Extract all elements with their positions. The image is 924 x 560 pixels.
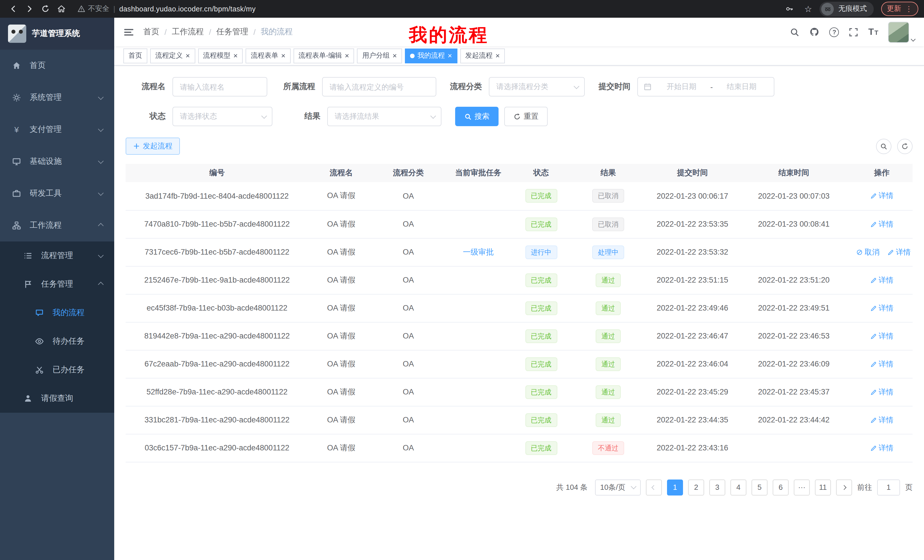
detail-action[interactable]: 详情 (870, 387, 894, 397)
breadcrumb-item[interactable]: 任务管理 (216, 27, 248, 37)
close-icon[interactable]: × (345, 52, 349, 59)
sidebar-item-system[interactable]: 系统管理 (0, 82, 114, 114)
browser-menu-icon[interactable]: ⋮ (905, 5, 913, 13)
tab[interactable]: 流程定义 × (150, 48, 195, 63)
sidebar-item-task-management[interactable]: 任务管理 (0, 270, 114, 298)
column-header: 结束时间 (736, 164, 851, 182)
key-icon[interactable] (782, 1, 797, 16)
page-size-select[interactable]: 10条/页 (595, 479, 641, 495)
detail-action[interactable]: 详情 (870, 219, 894, 229)
page-button[interactable]: ··· (794, 479, 810, 495)
process-id-cell: 7470a810-7b9b-11ec-b5b7-acde48001122 (126, 210, 308, 238)
sidebar-item-done-tasks[interactable]: 已办任务 (0, 356, 114, 384)
sidebar-item-my-process[interactable]: 我的流程 (0, 298, 114, 327)
column-header: 操作 (851, 164, 913, 182)
sidebar-item-infrastructure[interactable]: 基础设施 (0, 145, 114, 178)
detail-action[interactable]: 详情 (870, 275, 894, 285)
status-select[interactable]: 请选择状态 (172, 107, 272, 126)
close-icon[interactable]: × (186, 52, 190, 59)
page-list: 1 2 3 4 5 6 ··· (667, 479, 831, 495)
sidebar-item-home[interactable]: 首页 (0, 49, 114, 82)
process-id-input[interactable] (322, 77, 436, 96)
detail-action[interactable]: 详情 (870, 191, 894, 201)
detail-action[interactable]: 详情 (870, 331, 894, 341)
sidebar-item-devtools[interactable]: 研发工具 (0, 178, 114, 210)
field-label: 结果 (286, 111, 320, 121)
tab[interactable]: 流程表单 × (246, 48, 290, 63)
tab[interactable]: 首页 × (123, 48, 147, 63)
close-icon[interactable]: × (281, 52, 285, 59)
tab[interactable]: 流程模型 × (198, 48, 243, 63)
page-button[interactable]: 3 (709, 479, 725, 495)
detail-action[interactable]: 详情 (870, 415, 894, 425)
toggle-search-icon[interactable] (876, 138, 891, 154)
page-button[interactable]: 1 (667, 479, 683, 495)
sidebar-item-process-management[interactable]: 流程管理 (0, 241, 114, 270)
actions-cell: 取消 详情 (851, 210, 913, 238)
prev-page-button[interactable] (646, 479, 662, 495)
start-date-placeholder[interactable]: 开始日期 (655, 82, 708, 92)
sidebar-item-leave-query[interactable]: 请假查询 (0, 384, 114, 413)
tab[interactable]: 流程表单-编辑 × (294, 48, 354, 63)
goto-page-input[interactable] (877, 479, 900, 495)
tab[interactable]: 发起流程 × (460, 48, 505, 63)
github-icon[interactable] (810, 27, 820, 37)
page-button[interactable]: 5 (752, 479, 768, 495)
back-icon[interactable] (6, 1, 21, 16)
detail-action[interactable]: 详情 (888, 247, 911, 257)
close-icon[interactable]: × (495, 52, 500, 59)
search-icon[interactable] (790, 27, 800, 37)
current-task-link[interactable]: 一级审批 (463, 247, 494, 256)
detail-action[interactable]: 详情 (870, 443, 894, 453)
close-icon[interactable]: × (393, 52, 397, 59)
sidebar-item-workflow[interactable]: 工作流程 (0, 210, 114, 241)
cancel-action[interactable]: 取消 (856, 247, 879, 257)
sidebar-item-todo-tasks[interactable]: 待办任务 (0, 327, 114, 356)
refresh-table-icon[interactable] (897, 138, 913, 154)
user-menu[interactable] (888, 21, 915, 42)
process-name-input[interactable] (172, 77, 267, 96)
status-cell: 已完成 (514, 350, 568, 378)
sidebar-logo[interactable]: 芋道管理系统 (0, 18, 114, 49)
tab[interactable]: 我的流程 × (405, 48, 457, 63)
url-text[interactable]: dashboard.yudao.iocoder.cn/bpm/task/my (119, 5, 256, 13)
tab[interactable]: 用户分组 × (357, 48, 402, 63)
home-icon (11, 61, 22, 70)
reload-icon[interactable] (38, 1, 52, 16)
chevron-down-icon (632, 485, 636, 489)
detail-action[interactable]: 详情 (870, 359, 894, 369)
bookmark-star-icon[interactable]: ☆ (804, 4, 812, 14)
page-button[interactable]: 11 (815, 479, 831, 495)
help-icon[interactable]: ? (830, 27, 839, 37)
next-page-button[interactable] (836, 479, 852, 495)
fullscreen-icon[interactable] (849, 27, 859, 37)
close-icon[interactable]: × (233, 52, 238, 59)
page-button[interactable]: 4 (730, 479, 746, 495)
chevron-up-icon (99, 282, 103, 286)
avatar[interactable] (888, 21, 909, 42)
reset-button[interactable]: 重置 (504, 107, 548, 126)
category-select[interactable]: 请选择流程分类 (489, 77, 585, 96)
search-button[interactable]: 搜索 (455, 107, 498, 126)
date-range-picker[interactable]: 开始日期 - 结束日期 (638, 77, 774, 96)
detail-action[interactable]: 详情 (870, 303, 894, 313)
breadcrumb-item[interactable]: 工作流程 (172, 27, 204, 37)
result-select[interactable]: 请选择流结果 (327, 107, 441, 126)
end-date-placeholder[interactable]: 结束日期 (715, 82, 768, 92)
hamburger-icon[interactable] (123, 27, 134, 37)
security-warning[interactable]: 不安全 (78, 4, 110, 14)
tab-label: 用户分组 (362, 51, 390, 60)
font-size-icon[interactable]: TT (868, 27, 878, 36)
select-placeholder: 请选择流结果 (334, 111, 379, 121)
create-process-button[interactable]: 发起流程 (126, 138, 180, 155)
update-button[interactable]: 更新 ⋮ (881, 2, 918, 16)
category-cell: OA (374, 434, 442, 462)
close-icon[interactable]: × (448, 52, 452, 59)
address-bar[interactable]: 不安全 | dashboard.yudao.iocoder.cn/bpm/tas… (78, 4, 781, 14)
forward-icon[interactable] (22, 1, 36, 16)
page-button[interactable]: 2 (688, 479, 704, 495)
home-button-icon[interactable] (54, 1, 69, 16)
page-button[interactable]: 6 (772, 479, 789, 495)
breadcrumb-item[interactable]: 首页 (143, 27, 159, 37)
sidebar-item-payment[interactable]: ¥ 支付管理 (0, 114, 114, 145)
